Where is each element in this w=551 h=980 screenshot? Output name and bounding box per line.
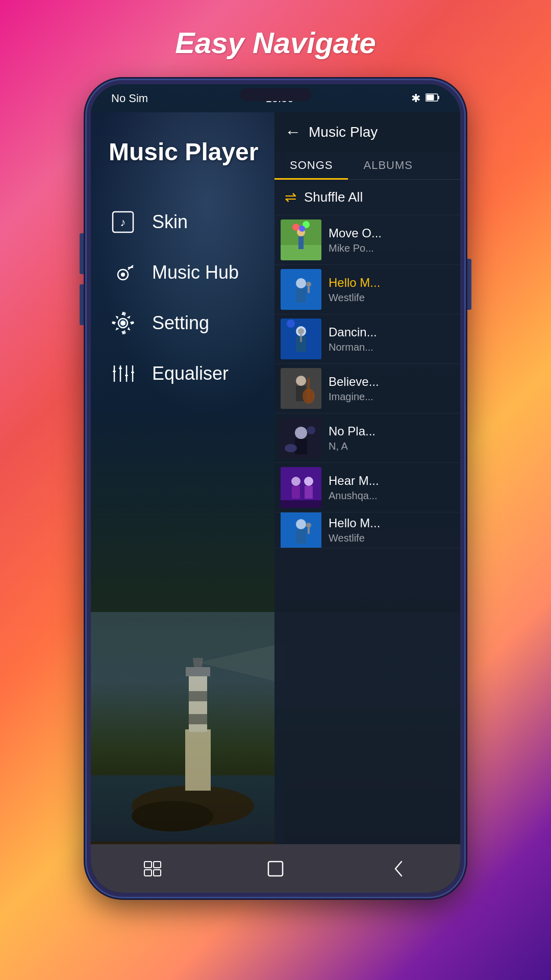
- song-info: Dancin... Norman...: [329, 325, 454, 353]
- volume-down-button[interactable]: [80, 284, 85, 325]
- svg-point-70: [304, 477, 313, 486]
- list-item[interactable]: Dancin... Norman...: [274, 314, 460, 364]
- song-thumbnail: [281, 418, 321, 458]
- song-artist: N, A: [329, 440, 454, 452]
- svg-rect-55: [300, 334, 302, 342]
- svg-rect-77: [308, 528, 310, 534]
- svg-rect-79: [154, 862, 161, 868]
- list-item[interactable]: Hello M... Westlife: [274, 512, 460, 548]
- home-button[interactable]: [255, 848, 296, 889]
- menu-item-skin[interactable]: ♪ Skin: [91, 197, 285, 247]
- song-title: Hello M...: [329, 516, 454, 530]
- back-nav-button[interactable]: [378, 848, 419, 889]
- svg-rect-82: [268, 862, 283, 876]
- skin-label: Skin: [152, 211, 188, 233]
- song-artist: Imagine...: [329, 391, 454, 403]
- svg-rect-81: [154, 870, 161, 876]
- svg-point-56: [287, 320, 295, 328]
- shuffle-icon: ⇌: [285, 189, 296, 206]
- svg-rect-69: [292, 486, 300, 499]
- svg-rect-75: [296, 529, 306, 544]
- svg-rect-11: [438, 96, 439, 99]
- svg-marker-25: [127, 315, 130, 318]
- songs-panel-title: Music Play: [309, 124, 378, 140]
- phone-mockup: No Sim 10:00 ✱ Music Player: [87, 80, 464, 897]
- svg-rect-64: [295, 439, 307, 454]
- battery-icon: [425, 92, 440, 105]
- song-artist: Anushqa...: [329, 490, 454, 502]
- svg-point-30: [120, 321, 126, 326]
- song-title: Believe...: [329, 375, 454, 389]
- svg-rect-72: [281, 500, 321, 508]
- list-item[interactable]: No Pla... N, A: [274, 413, 460, 463]
- song-thumbnail: [281, 219, 321, 260]
- song-info: Believe... Imagine...: [329, 375, 454, 403]
- song-thumbnail: [281, 512, 321, 548]
- svg-point-65: [307, 426, 315, 434]
- setting-label: Setting: [152, 312, 209, 334]
- svg-point-76: [306, 523, 311, 528]
- song-title: Hear M...: [329, 474, 454, 488]
- svg-rect-34: [119, 368, 122, 369]
- song-thumbnail: [281, 318, 321, 359]
- song-thumbnail: [281, 269, 321, 310]
- songs-panel-header: ← Music Play: [274, 112, 460, 152]
- shuffle-row[interactable]: ⇌ Shuffle All: [274, 180, 460, 215]
- svg-marker-27: [115, 327, 119, 330]
- song-title: Hello M...: [329, 276, 454, 290]
- equaliser-label: Equaliser: [152, 363, 229, 384]
- recent-apps-button[interactable]: [132, 848, 173, 889]
- menu-item-music-hub[interactable]: Music Hub: [91, 247, 285, 298]
- svg-point-43: [292, 224, 299, 231]
- gear-icon: [109, 309, 137, 337]
- back-button[interactable]: ←: [285, 122, 301, 141]
- equaliser-icon: [109, 359, 137, 387]
- song-thumbnail: [281, 368, 321, 409]
- song-info: Move O... Mike Po...: [329, 226, 454, 254]
- list-item[interactable]: Move O... Mike Po...: [274, 215, 460, 265]
- menu-item-equaliser[interactable]: Equaliser: [91, 348, 285, 399]
- shuffle-label: Shuffle All: [304, 189, 363, 205]
- status-icons: ✱: [411, 92, 440, 105]
- tab-songs[interactable]: SONGS: [274, 152, 348, 179]
- list-item[interactable]: Hello M... Westlife: [274, 265, 460, 314]
- power-button[interactable]: [466, 259, 471, 310]
- song-info: No Pla... N, A: [329, 424, 454, 452]
- page-headline: Easy Navigate: [175, 26, 375, 60]
- svg-point-63: [295, 427, 307, 439]
- svg-point-54: [298, 328, 304, 334]
- svg-rect-38: [131, 372, 134, 373]
- svg-marker-28: [115, 315, 118, 319]
- svg-point-58: [296, 376, 306, 386]
- skin-icon: ♪: [109, 208, 137, 236]
- svg-rect-78: [144, 862, 152, 868]
- phone-screen: No Sim 10:00 ✱ Music Player: [91, 84, 460, 893]
- bottom-nav: [91, 844, 460, 893]
- svg-point-49: [306, 282, 311, 287]
- menu-drawer: Music Player ♪ Skin: [91, 112, 285, 844]
- music-hub-label: Music Hub: [152, 262, 239, 283]
- song-info: Hear M... Anushqa...: [329, 474, 454, 502]
- svg-point-74: [296, 519, 306, 529]
- tab-albums[interactable]: ALBUMS: [348, 152, 428, 179]
- list-item[interactable]: Hear M... Anushqa...: [274, 463, 460, 512]
- svg-point-68: [291, 477, 300, 486]
- volume-up-button[interactable]: [80, 233, 85, 274]
- list-item[interactable]: Believe... Imagine...: [274, 364, 460, 413]
- song-artist: Mike Po...: [329, 242, 454, 254]
- svg-point-47: [296, 278, 306, 288]
- svg-rect-71: [305, 486, 313, 499]
- song-artist: Norman...: [329, 341, 454, 353]
- app-title: Music Player: [91, 112, 285, 197]
- song-title: Move O...: [329, 226, 454, 240]
- svg-point-16: [121, 273, 125, 277]
- svg-rect-36: [125, 375, 128, 376]
- tab-bar: SONGS ALBUMS: [274, 152, 460, 180]
- song-thumbnail: [281, 467, 321, 508]
- song-info: Hello M... Westlife: [329, 276, 454, 304]
- svg-rect-42: [298, 236, 304, 249]
- songs-panel: ← Music Play SONGS ALBUMS ⇌ Shuffle All: [274, 112, 460, 844]
- menu-item-setting[interactable]: Setting: [91, 298, 285, 348]
- song-artist: Westlife: [329, 292, 454, 304]
- svg-rect-50: [308, 287, 310, 293]
